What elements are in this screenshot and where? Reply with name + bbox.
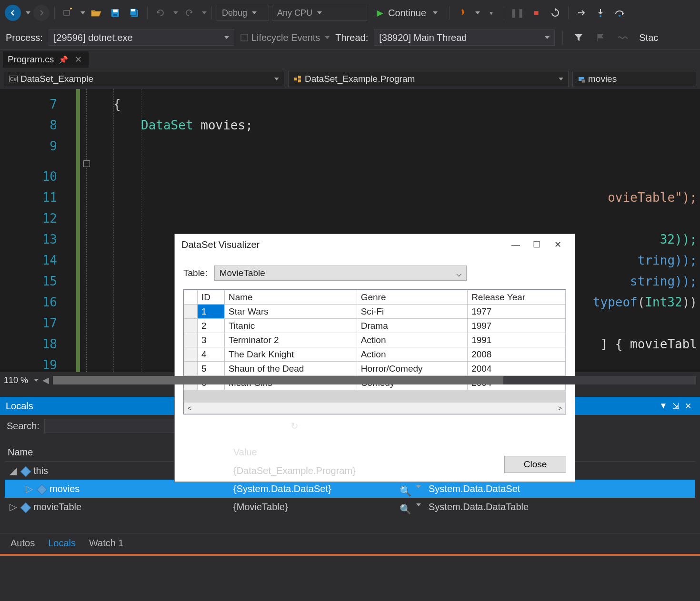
namespace-dropdown[interactable]: C# DataSet_Example (4, 71, 284, 87)
svg-point-8 (619, 15, 620, 17)
column-header[interactable]: Genre (357, 290, 467, 305)
fold-column[interactable]: − (80, 89, 93, 372)
tab-watch1[interactable]: Watch 1 (83, 535, 130, 552)
hot-reload-dropdown[interactable] (475, 11, 480, 14)
code-text: Int32 (645, 295, 682, 309)
save-button[interactable] (107, 5, 123, 21)
search-deeper-icon[interactable]: ↻ (290, 420, 299, 432)
window-position-icon[interactable]: ▼ (657, 401, 670, 411)
config-dropdown[interactable]: Debug (217, 5, 269, 21)
col-value-header[interactable]: Value (233, 447, 424, 458)
column-header[interactable]: Release Year (468, 290, 566, 305)
thread-dropdown[interactable]: [38920] Main Thread (374, 30, 555, 46)
class-dropdown[interactable]: DataSet_Example.Program (288, 71, 569, 87)
visualizer-dropdown[interactable] (416, 503, 421, 506)
step-over-button[interactable] (611, 5, 628, 21)
open-button[interactable] (88, 5, 104, 21)
fold-toggle[interactable]: − (83, 160, 90, 167)
expander-icon[interactable]: ▷ (24, 483, 34, 494)
code-text: movies; (193, 118, 253, 132)
locals-row-movies[interactable]: ▷movies {System.Data.DataSet} 🔍 System.D… (5, 480, 695, 498)
tab-program-cs[interactable]: Program.cs 📌 ✕ (3, 51, 89, 68)
threads-button[interactable] (614, 30, 630, 46)
column-header[interactable]: ID (198, 290, 225, 305)
class-icon (293, 75, 302, 83)
svg-rect-9 (241, 34, 248, 41)
line-numbers: 789 101112 131415 161718 19 (0, 89, 67, 372)
step-into-button[interactable] (592, 5, 609, 21)
pin-panel-icon[interactable]: ⇲ (670, 401, 682, 411)
save-all-button[interactable] (126, 5, 142, 21)
tab-autos[interactable]: Autos (5, 535, 40, 552)
code-text: string)); (630, 274, 697, 288)
overflow-button[interactable]: ▾ (483, 5, 499, 21)
zoom-dropdown[interactable] (34, 379, 39, 382)
table-label: Table: (183, 268, 208, 278)
tab-locals[interactable]: Locals (42, 535, 81, 552)
grid-row[interactable]: 3Terminator 2Action1991 (184, 333, 566, 347)
platform-dropdown[interactable]: Any CPU (272, 5, 367, 21)
scroll-right-icon[interactable]: > (555, 404, 565, 412)
svg-rect-0 (64, 10, 70, 15)
zoom-level[interactable]: 110 % (4, 375, 28, 385)
continue-button[interactable]: ▶ Continue (370, 4, 444, 21)
grid-row[interactable]: 5Shaun of the DeadHorror/Comedy2004 (184, 362, 566, 376)
undo-button[interactable] (152, 5, 169, 21)
expander-icon[interactable]: ▷ (8, 501, 18, 512)
svg-rect-2 (113, 10, 118, 12)
editor-hscrollbar[interactable] (53, 376, 696, 384)
var-name: movieTable (33, 502, 81, 512)
flag-button[interactable] (592, 30, 609, 46)
grid-row[interactable]: 4The Dark KnightAction2008 (184, 347, 566, 362)
process-dropdown[interactable]: [29596] dotnet.exe (49, 30, 234, 46)
expander-icon[interactable]: ◢ (8, 465, 18, 476)
grid-row[interactable]: 1Star WarsSci-Fi1977 (184, 305, 566, 319)
stop-button[interactable]: ■ (528, 5, 544, 21)
thread-value: [38920] Main Thread (379, 32, 467, 43)
magnifier-icon[interactable]: 🔍 (400, 485, 411, 497)
restart-button[interactable] (547, 5, 563, 21)
editor-gutter: 789 101112 131415 161718 19 − (0, 89, 93, 372)
new-project-dropdown[interactable] (80, 11, 85, 14)
redo-dropdown[interactable] (202, 11, 207, 14)
redo-button[interactable] (181, 5, 197, 21)
scroll-left-icon[interactable]: < (184, 404, 195, 412)
svg-rect-3 (113, 14, 117, 16)
grid-row[interactable]: 2TitanicDrama1997 (184, 319, 566, 333)
minimize-button[interactable]: — (505, 240, 526, 250)
maximize-button[interactable]: ☐ (526, 239, 547, 250)
forward-button[interactable] (33, 5, 50, 21)
close-panel-icon[interactable]: ✕ (682, 401, 694, 411)
member-dropdown[interactable]: movies (572, 71, 696, 87)
back-button[interactable] (5, 5, 21, 21)
lifecycle-events-dropdown[interactable]: Lifecycle Events (240, 32, 330, 43)
visualizer-dropdown[interactable] (416, 485, 421, 488)
show-next-statement-button[interactable] (573, 5, 590, 21)
data-grid[interactable]: ID Name Genre Release Year 1Star WarsSci… (183, 289, 566, 414)
var-type: System.Data.DataSet (429, 483, 520, 494)
grid-hscrollbar[interactable]: < > (184, 403, 566, 414)
column-header[interactable]: Name (224, 290, 357, 305)
hot-reload-button[interactable] (454, 5, 470, 21)
table-select[interactable]: MovieTable ⌵ (214, 266, 467, 281)
pause-button[interactable]: ❚❚ (509, 5, 525, 21)
config-label: Debug (222, 8, 247, 18)
code-editor[interactable]: 789 101112 131415 161718 19 − { DataSet … (0, 89, 700, 372)
locals-row-movietable[interactable]: ▷movieTable {MovieTable} 🔍 System.Data.D… (5, 498, 695, 516)
thread-label: Thread: (335, 32, 368, 43)
close-button[interactable]: Close (504, 456, 566, 473)
separator (504, 6, 504, 20)
dialog-titlebar[interactable]: DataSet Visualizer — ☐ ✕ (175, 234, 575, 255)
scroll-left-icon[interactable]: ◀ (42, 375, 49, 385)
separator (147, 6, 148, 20)
close-tab-icon[interactable]: ✕ (73, 54, 84, 65)
locals-title: Locals (6, 401, 33, 412)
new-project-button[interactable] (60, 5, 76, 21)
close-window-button[interactable]: ✕ (547, 239, 568, 250)
back-dropdown[interactable] (26, 11, 30, 14)
undo-dropdown[interactable] (173, 11, 178, 14)
filter-button[interactable] (570, 30, 587, 46)
pin-icon[interactable]: 📌 (59, 55, 68, 64)
document-tabs: Program.cs 📌 ✕ (0, 50, 700, 69)
magnifier-icon[interactable]: 🔍 (400, 503, 411, 515)
